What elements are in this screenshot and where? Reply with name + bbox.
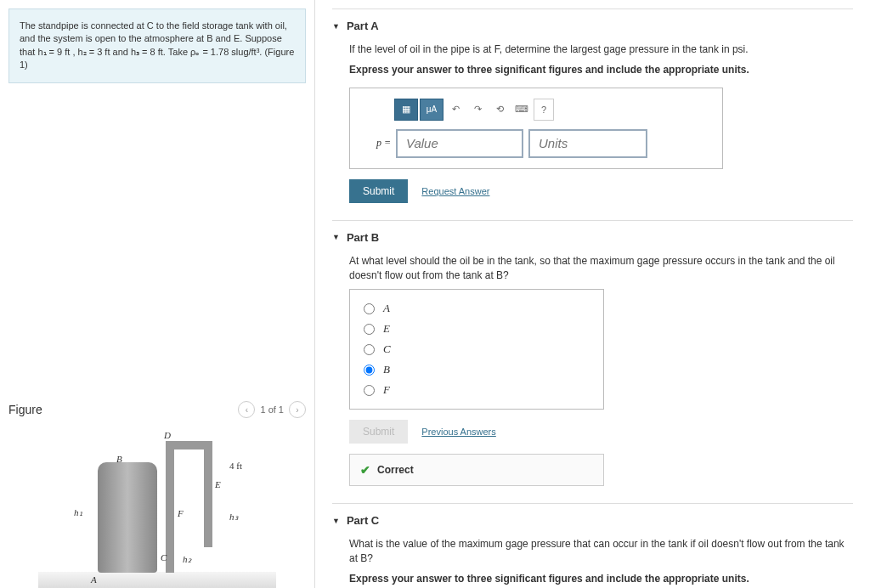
caret-down-icon: ▼ [332, 233, 340, 241]
part-c-instruction: Express your answer to three significant… [349, 573, 853, 585]
radio-E[interactable] [364, 324, 375, 335]
part-a-request-answer-link[interactable]: Request Answer [421, 186, 489, 196]
radio-B[interactable] [364, 365, 375, 376]
option-E[interactable]: E [364, 319, 590, 339]
part-b-title: Part B [347, 231, 379, 244]
reset-icon[interactable]: ⟲ [489, 99, 510, 121]
option-B[interactable]: B [364, 359, 590, 380]
part-b-correct-feedback: ✔ Correct [349, 454, 604, 486]
figure-counter: 1 of 1 [260, 404, 284, 415]
part-a-header[interactable]: ▼ Part A [332, 20, 853, 32]
part-a-question: If the level of oil in the pipe is at F,… [349, 42, 853, 57]
radio-F[interactable] [364, 385, 375, 396]
caret-down-icon: ▼ [332, 22, 340, 31]
figure-title: Figure [8, 403, 42, 416]
part-b-submit-button: Submit [349, 420, 408, 444]
correct-label: Correct [377, 464, 414, 476]
figure-prev-button[interactable]: ‹ [238, 401, 255, 418]
part-c-question: What is the value of the maximum gage pr… [349, 537, 853, 566]
label-C: C [161, 552, 167, 563]
label-D: D [164, 430, 171, 440]
part-a-instruction: Express your answer to three significant… [349, 64, 853, 76]
part-a-units-input[interactable] [528, 129, 647, 158]
option-C[interactable]: C [364, 339, 590, 359]
radio-C[interactable] [364, 344, 375, 355]
part-a-value-input[interactable] [396, 129, 523, 158]
label-h1: h₁ [74, 507, 82, 518]
label-F: F [178, 508, 184, 518]
label-h2: h₂ [183, 554, 191, 565]
label-E: E [215, 479, 221, 489]
part-b-section: ▼ Part B At what level should the oil be… [332, 220, 853, 487]
templates-icon[interactable]: ▦ [394, 99, 418, 121]
part-c-title: Part C [347, 514, 379, 527]
figure-nav: ‹ 1 of 1 › [238, 401, 306, 418]
check-icon: ✔ [360, 463, 370, 477]
figure-next-button[interactable]: › [289, 401, 306, 418]
label-A: A [91, 574, 97, 585]
help-icon[interactable]: ? [534, 99, 554, 121]
part-a-submit-button[interactable]: Submit [349, 179, 408, 203]
part-a-answer-box: ▦ μA ↶ ↷ ⟲ ⌨ ? p = [349, 88, 723, 169]
figure-section: Figure ‹ 1 of 1 › D B E F C A h₁ h₂ h₃ 4… [8, 401, 306, 588]
part-a-toolbar: ▦ μA ↶ ↷ ⟲ ⌨ ? [394, 99, 712, 121]
option-F[interactable]: F [364, 380, 590, 400]
part-c-section: ▼ Part C What is the value of the maximu… [332, 503, 853, 588]
left-panel: The standpipe is connected at C to the f… [0, 0, 314, 588]
part-b-options: A E C B F [349, 289, 604, 410]
part-c-header[interactable]: ▼ Part C [332, 514, 853, 527]
radio-A[interactable] [364, 303, 375, 314]
right-panel: ▼ Part A If the level of oil in the pipe… [314, 0, 870, 588]
problem-statement: The standpipe is connected at C to the f… [8, 8, 306, 83]
label-4ft: 4 ft [229, 461, 242, 471]
label-h3: h₃ [229, 512, 238, 523]
part-b-previous-answers-link[interactable]: Previous Answers [421, 427, 495, 437]
part-a-section: ▼ Part A If the level of oil in the pipe… [332, 8, 853, 203]
part-b-question: At what level should the oil be in the t… [349, 254, 853, 283]
figure-image: D B E F C A h₁ h₂ h₃ 4 ft [38, 427, 276, 588]
keyboard-icon[interactable]: ⌨ [511, 99, 532, 121]
redo-icon[interactable]: ↷ [467, 99, 488, 121]
part-a-title: Part A [347, 20, 379, 32]
undo-icon[interactable]: ↶ [445, 99, 466, 121]
part-a-var-label: p = [360, 137, 391, 150]
option-A[interactable]: A [364, 298, 590, 319]
symbols-icon[interactable]: μA [420, 99, 443, 121]
part-b-header[interactable]: ▼ Part B [332, 231, 853, 244]
label-B: B [116, 454, 122, 464]
caret-down-icon: ▼ [332, 517, 340, 525]
